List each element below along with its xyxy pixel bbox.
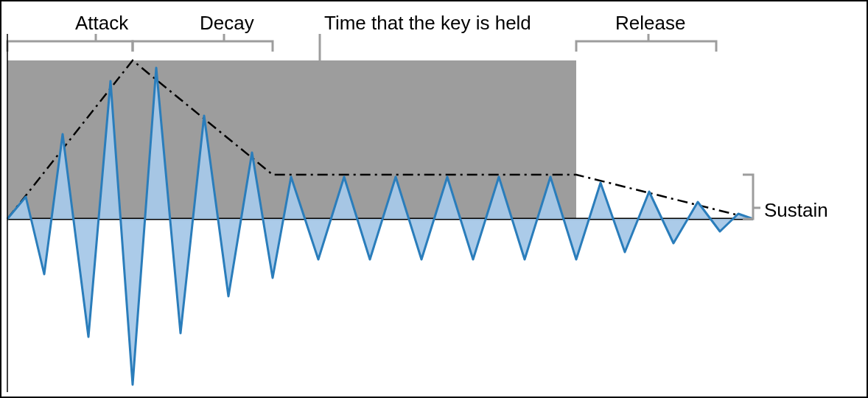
bracket-attack — [7, 34, 133, 52]
label-hold: Time that the key is held — [324, 12, 531, 35]
label-sustain: Sustain — [764, 199, 828, 222]
bracket-decay — [133, 34, 273, 52]
bracket-release — [576, 34, 716, 52]
label-decay: Decay — [200, 12, 254, 35]
bracket-sustain — [743, 175, 760, 219]
label-attack: Attack — [75, 12, 128, 35]
adsr-diagram: Attack Decay Time that the key is held R… — [0, 0, 868, 398]
adsr-svg — [1, 1, 867, 397]
label-release: Release — [615, 12, 685, 35]
